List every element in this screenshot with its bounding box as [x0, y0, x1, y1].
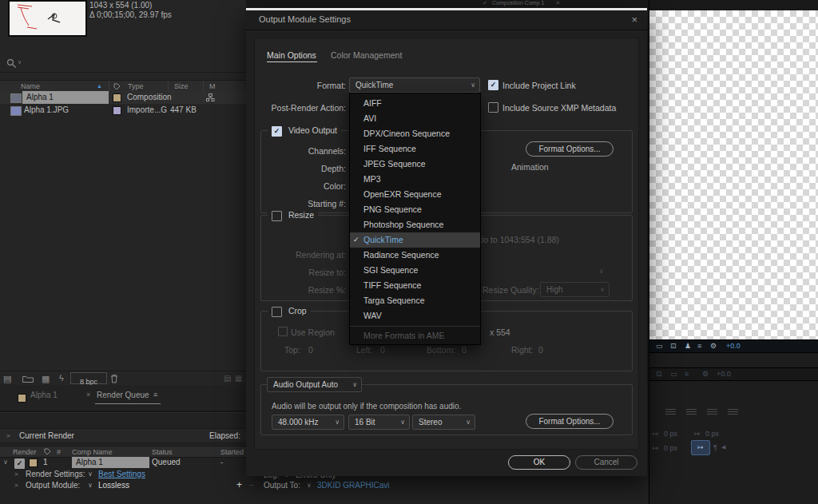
- snapshot-icon[interactable]: ▭: [656, 342, 663, 350]
- sort-asc-icon[interactable]: ▲: [97, 83, 102, 89]
- menu-item[interactable]: Photoshop Sequence: [350, 217, 480, 232]
- new-folder-icon[interactable]: [22, 375, 34, 383]
- add-output-module-icon[interactable]: +: [236, 479, 242, 490]
- video-format-options-button[interactable]: Format Options...: [526, 141, 614, 157]
- exposure-icon[interactable]: ♟: [685, 342, 691, 350]
- panel-menu-icon[interactable]: ≡: [556, 0, 559, 6]
- dropdown-chevron[interactable]: ∨: [307, 482, 312, 489]
- audio-channels-dropdown[interactable]: Stereo ∨: [412, 415, 475, 430]
- include-project-link-checkbox[interactable]: ✓: [488, 80, 498, 90]
- remove-output-module-icon[interactable]: −: [249, 481, 254, 490]
- tab-color-management[interactable]: Color Management: [331, 50, 402, 60]
- ok-button[interactable]: OK: [508, 455, 570, 470]
- column-number[interactable]: #: [57, 448, 61, 456]
- audio-rate-dropdown[interactable]: 48.000 kHz ∨: [272, 415, 344, 430]
- gear-icon[interactable]: ⚙: [702, 370, 709, 378]
- label-tag-icon[interactable]: [113, 83, 121, 90]
- label-color-swatch[interactable]: [113, 106, 121, 115]
- column-name[interactable]: Name: [21, 82, 40, 90]
- column-type[interactable]: Type: [128, 82, 144, 90]
- column-render[interactable]: Render: [13, 448, 37, 456]
- align-center-icon[interactable]: [686, 409, 697, 416]
- dialog-title-bar[interactable]: Output Module Settings ×: [246, 10, 647, 30]
- dropdown-chevron[interactable]: ∨: [88, 470, 93, 478]
- menu-item[interactable]: TIFF Sequence: [350, 278, 480, 293]
- region-icon[interactable]: ⊡: [656, 370, 662, 378]
- gear-icon[interactable]: ⚙: [710, 342, 717, 350]
- text-direction-button[interactable]: ↦: [691, 440, 710, 455]
- menu-item[interactable]: IFF Sequence: [350, 141, 480, 157]
- menu-item[interactable]: AIFF: [350, 96, 480, 111]
- output-module-value[interactable]: Lossless: [98, 481, 129, 490]
- interpret-footage-icon[interactable]: ▤: [3, 374, 11, 384]
- tab-composition-comp1[interactable]: Composition Comp 1: [492, 0, 544, 6]
- new-composition-icon[interactable]: ▦: [42, 374, 50, 384]
- menu-item-selected[interactable]: ✓ QuickTime: [350, 232, 480, 248]
- close-tab-icon[interactable]: ×: [86, 391, 90, 399]
- exposure-offset-value[interactable]: +0.0: [726, 342, 741, 350]
- output-to-value-link[interactable]: 3DKID GRAPHICavi: [317, 481, 390, 490]
- project-row-name[interactable]: Alpha 1.JPG: [24, 105, 69, 114]
- resize-checkbox[interactable]: [272, 211, 282, 221]
- render-settings-value-link[interactable]: Best Settings: [98, 470, 145, 478]
- menu-item[interactable]: WAV: [350, 308, 480, 323]
- expand-icon[interactable]: >: [14, 470, 18, 478]
- menu-item[interactable]: MP3: [350, 172, 480, 187]
- spacing-value[interactable]: 0 px: [664, 444, 677, 452]
- format-dropdown[interactable]: QuickTime ∨: [349, 77, 480, 93]
- queue-row-comp-name[interactable]: Alpha 1: [72, 457, 149, 468]
- menu-item[interactable]: DPX/Cineon Sequence: [350, 126, 480, 141]
- search-options-chevron[interactable]: ∨: [18, 59, 22, 65]
- align-left-icon[interactable]: [665, 409, 676, 416]
- expand-icon[interactable]: >: [14, 482, 18, 489]
- column-started[interactable]: Started: [220, 448, 244, 456]
- tab-render-queue[interactable]: Render Queue: [97, 391, 149, 399]
- audio-depth-dropdown[interactable]: 16 Bit ∨: [348, 415, 410, 430]
- menu-item[interactable]: PNG Sequence: [350, 202, 480, 217]
- tab-alpha1-timeline[interactable]: Alpha 1: [30, 391, 58, 399]
- column-size[interactable]: Size: [174, 82, 189, 90]
- indent-left-value[interactable]: 0 px: [664, 430, 677, 438]
- transparency-checkerboard[interactable]: [649, 10, 818, 339]
- justify-icon[interactable]: [728, 409, 738, 416]
- indent-right-value[interactable]: 0 px: [705, 430, 719, 438]
- graph-icon[interactable]: ≡: [685, 370, 689, 378]
- dropdown-chevron[interactable]: ∨: [88, 482, 93, 489]
- close-icon[interactable]: ×: [631, 14, 637, 26]
- bpc-button[interactable]: 8 bpc: [70, 372, 107, 384]
- column-status[interactable]: Status: [152, 448, 173, 456]
- flowchart-icon[interactable]: ≡: [697, 342, 701, 350]
- tab-main-options[interactable]: Main Options: [267, 50, 316, 60]
- align-right-icon[interactable]: [707, 409, 717, 416]
- mask-icon[interactable]: ▭: [670, 370, 677, 378]
- panel-menu-icon[interactable]: ≡: [153, 391, 157, 399]
- project-row-name[interactable]: Alpha 1: [22, 91, 109, 104]
- video-output-checkbox[interactable]: ✓: [272, 126, 282, 137]
- menu-item[interactable]: OpenEXR Sequence: [350, 187, 480, 202]
- paragraph-direction-arrow-icon[interactable]: ◀: [721, 444, 725, 450]
- menu-item-more-formats[interactable]: More Formats in AME: [350, 329, 480, 342]
- region-of-interest-icon[interactable]: ⊡: [670, 342, 677, 350]
- menu-item[interactable]: SGI Sequence: [350, 263, 480, 278]
- audio-output-dropdown[interactable]: Audio Output Auto ∨: [267, 377, 362, 392]
- label-color-swatch[interactable]: [113, 93, 121, 102]
- crop-checkbox[interactable]: [272, 307, 282, 317]
- menu-item[interactable]: JPEG Sequence: [350, 157, 480, 172]
- audio-format-options-button[interactable]: Format Options...: [526, 414, 614, 429]
- project-row-alpha1jpg[interactable]: Alpha 1.JPG Importe...G 447 KB: [0, 104, 248, 117]
- trash-icon[interactable]: [110, 374, 118, 383]
- project-row-alpha1[interactable]: Alpha 1 Composition: [0, 91, 248, 104]
- paragraph-direction-icon[interactable]: ¶: [713, 443, 717, 451]
- include-xmp-checkbox[interactable]: [488, 102, 498, 113]
- menu-item[interactable]: Radiance Sequence: [350, 248, 480, 263]
- cancel-button[interactable]: Cancel: [575, 455, 637, 470]
- label-tag-icon[interactable]: [44, 448, 51, 455]
- column-comp-name[interactable]: Comp Name: [72, 448, 113, 456]
- column-more[interactable]: M: [209, 82, 216, 90]
- collapse-icon[interactable]: ∨: [3, 458, 8, 466]
- render-engine-icon[interactable]: ϟ: [59, 373, 64, 383]
- menu-item[interactable]: Targa Sequence: [350, 293, 480, 308]
- queue-row-swatch[interactable]: [29, 458, 38, 467]
- render-enabled-checkbox[interactable]: ✓: [14, 458, 25, 469]
- menu-item[interactable]: AVI: [350, 111, 480, 126]
